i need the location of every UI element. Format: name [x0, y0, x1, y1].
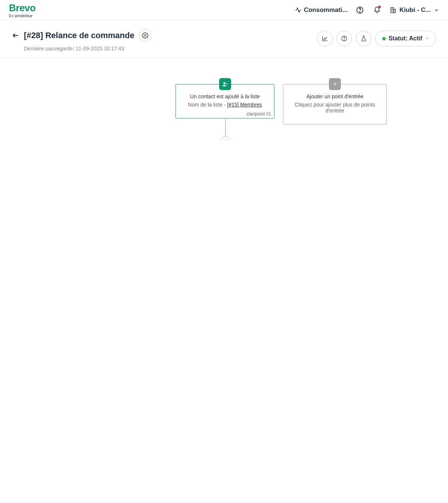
account-label: Kiubi - C...	[399, 6, 431, 14]
help-button[interactable]	[336, 31, 352, 46]
stats-button[interactable]	[317, 31, 333, 46]
building-icon	[390, 7, 396, 13]
usage-link[interactable]: Consommati...	[295, 6, 347, 14]
node-subtitle: Cliquez pour ajouter plus de points d'en…	[289, 102, 380, 114]
back-arrow-icon[interactable]	[12, 32, 19, 39]
help-icon[interactable]	[355, 6, 364, 15]
svg-point-10	[344, 40, 344, 40]
notifications-icon[interactable]	[373, 6, 382, 15]
node-add-entry[interactable]: Ajouter un point d'entrée Cliquez pour a…	[283, 84, 387, 124]
status-dropdown[interactable]: Statut: Actif	[375, 31, 436, 46]
add-step-button[interactable]: +	[221, 136, 230, 140]
node-startpoint[interactable]: Un contact est ajouté à la liste Nom de …	[175, 84, 274, 118]
page-title: [#28] Relance de commande	[24, 31, 134, 40]
help-icon	[341, 35, 348, 42]
caret-down-icon	[425, 37, 429, 40]
pulse-icon	[295, 7, 302, 13]
node-subtitle: Nom de la liste - [#15] Membres	[182, 102, 268, 108]
notification-dot	[378, 6, 381, 8]
svg-point-8	[144, 35, 146, 37]
flask-icon	[360, 35, 367, 42]
brand-logo: Brevo	[9, 2, 35, 14]
chevron-down-icon	[434, 7, 439, 13]
status-label: Statut: Actif	[389, 35, 422, 42]
gear-icon	[142, 32, 149, 39]
svg-point-1	[360, 11, 360, 12]
node-title: Ajouter un point d'entrée	[289, 93, 380, 99]
list-link[interactable]: [#15] Membres	[227, 102, 262, 108]
account-menu[interactable]: Kiubi - C...	[390, 6, 439, 14]
chart-icon	[321, 35, 328, 42]
status-dot	[382, 37, 386, 40]
brand-subtitle: Ex sendinblue	[9, 14, 35, 18]
settings-button[interactable]	[139, 29, 152, 42]
autosave-text: Dernière sauvegarde: 11-09-2023 10:17:43	[24, 46, 152, 52]
node-title: Un contact est ajouté à la liste	[182, 93, 268, 99]
brand[interactable]: Brevo Ex sendinblue	[9, 2, 35, 18]
node-id: startpoint #1	[246, 111, 271, 117]
svg-rect-3	[393, 9, 395, 12]
usage-label: Consommati...	[304, 6, 347, 14]
connector	[225, 116, 226, 136]
test-button[interactable]	[356, 31, 371, 46]
